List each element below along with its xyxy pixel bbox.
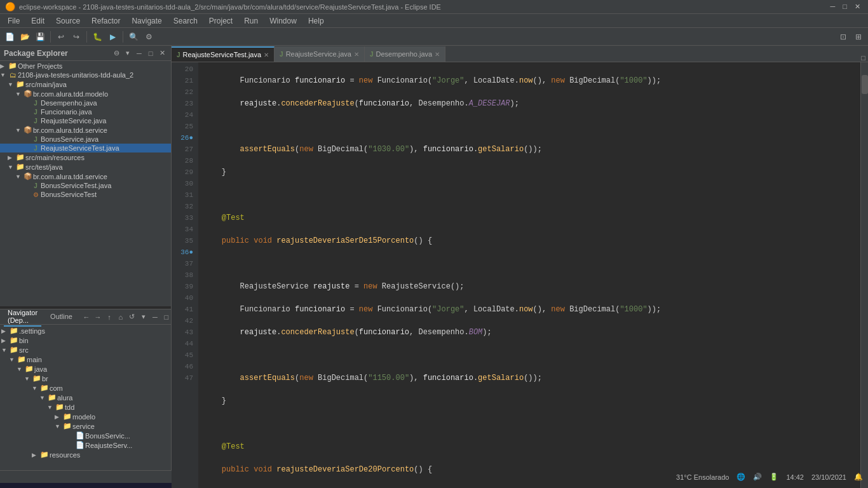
nav-home-btn[interactable]: ⌂ [116, 312, 126, 322]
tree-label: com [50, 384, 63, 392]
tree-pkg-service[interactable]: ▼ 📦 br.com.alura.tdd.service [0, 125, 171, 135]
menu-navigate[interactable]: Navigate [126, 15, 166, 27]
tree-bonus-service[interactable]: J BonusService.java [0, 135, 171, 144]
project-icon: 🗂 [8, 71, 18, 79]
nav-modelo[interactable]: ▶ 📁 modelo [1, 412, 170, 421]
nav-max-btn[interactable]: □ [161, 312, 172, 322]
menu-refactor[interactable]: Refactor [86, 15, 125, 27]
code-content[interactable]: Funcionario funcionario = new Funcionari… [198, 62, 860, 488]
tb-search[interactable]: 🔍 [126, 30, 140, 44]
menu-search[interactable]: Search [168, 15, 203, 27]
tree-item-label: Funcionario.java [41, 108, 92, 116]
nav-service[interactable]: ▼ 📁 service [1, 421, 170, 431]
notification-icon[interactable]: 🔔 [854, 473, 863, 481]
nav-settings[interactable]: ▶ 📁 .settings [1, 326, 170, 336]
tree-label: br [42, 375, 48, 383]
pkg-max-btn[interactable]: □ [146, 48, 156, 58]
tree-other-projects[interactable]: ▶ 📁 Other Projects [0, 61, 171, 71]
nav-src[interactable]: ▼ 📁 src [1, 345, 170, 355]
tab-close-btn[interactable]: ✕ [264, 51, 269, 58]
tab-reajuste-test[interactable]: J ReajusteServiceTest.java ✕ [172, 46, 275, 62]
menu-edit[interactable]: Edit [26, 15, 50, 27]
pkg-min-btn[interactable]: ─ [134, 48, 144, 58]
tab-desempenho[interactable]: J Desempenho.java ✕ [365, 46, 445, 62]
tb-debug[interactable]: 🐛 [90, 30, 104, 44]
nav-refresh-btn[interactable]: ↺ [127, 312, 137, 322]
tb-views[interactable]: ⊞ [851, 30, 865, 44]
menu-source[interactable]: Source [51, 15, 85, 27]
taskbar-file-explorer[interactable]: 📁 [184, 485, 205, 488]
tree-test-pkg[interactable]: ▼ 📦 br.com.alura.tdd.service [0, 172, 171, 181]
tb-open[interactable]: 📂 [18, 30, 32, 44]
taskbar-chrome[interactable]: 🌐 [235, 485, 255, 488]
nav-resources[interactable]: ▶ 📁 resources [1, 450, 170, 459]
tree-desempenho[interactable]: J Desempenho.java [0, 98, 171, 107]
nav-com[interactable]: ▼ 📁 com [1, 383, 170, 393]
outline-tab[interactable]: Outline [46, 311, 76, 323]
network-icon: 🌐 [736, 473, 745, 481]
maximize-btn[interactable]: □ [840, 3, 850, 11]
pkg-close-btn[interactable]: ✕ [157, 48, 167, 58]
tab-close-btn[interactable]: ✕ [435, 51, 440, 58]
tree-arrow: ▼ [15, 127, 23, 133]
nav-menu-btn[interactable]: ▾ [139, 312, 149, 322]
nav-back-btn[interactable]: ← [81, 312, 92, 322]
nav-min-btn[interactable]: ─ [150, 312, 160, 322]
tb-sep1 [50, 31, 51, 43]
close-btn[interactable]: ✕ [852, 3, 863, 11]
minimize-btn[interactable]: ─ [828, 3, 838, 11]
tab-label: ReajusteService.java [286, 50, 351, 58]
nav-bonus-service-file[interactable]: 📄 BonusServic... [1, 431, 170, 440]
tb-perspective[interactable]: ⊡ [836, 30, 850, 44]
nav-tdd[interactable]: ▼ 📁 tdd [1, 402, 170, 412]
tree-bonus-service-test-class[interactable]: ⚙ BonusServiceTest [0, 190, 171, 199]
tree-funcionario[interactable]: J Funcionario.java [0, 107, 171, 116]
menu-run[interactable]: Run [239, 15, 263, 27]
tree-project[interactable]: ▼ 🗂 2108-java-testes-unitarios-tdd-aula_… [0, 71, 171, 79]
tree-reajuste-service[interactable]: J ReajusteService.java [0, 116, 171, 125]
navigator-tab[interactable]: Navigator (Dep... [4, 308, 41, 327]
nav-reajuste-service-file[interactable]: 📄 ReajusteServ... [1, 440, 170, 450]
tree-reajuste-service-test[interactable]: J ReajusteServiceTest.java [0, 144, 171, 152]
menu-window[interactable]: Window [264, 15, 302, 27]
tb-redo[interactable]: ↪ [69, 30, 83, 44]
tab-close-btn[interactable]: ✕ [354, 51, 359, 58]
nav-up-btn[interactable]: ↑ [104, 312, 114, 322]
start-button[interactable] [5, 484, 28, 488]
taskbar-eclipse[interactable]: ⬤ [261, 485, 281, 488]
menu-file[interactable]: File [3, 15, 25, 27]
nav-bin[interactable]: ▶ 📁 bin [1, 336, 170, 345]
tree-src-resources[interactable]: ▶ 📁 src/main/resources [0, 152, 171, 162]
nav-alura[interactable]: ▼ 📁 alura [1, 393, 170, 402]
taskbar-browser[interactable]: 💻 [210, 485, 230, 488]
tree-arrow: ▼ [55, 423, 62, 430]
code-editor[interactable]: 20 21 22 23 24 25 26● 27 28 29 30 31 32 … [172, 62, 868, 488]
tb-settings[interactable]: ⚙ [142, 30, 156, 44]
tree-label: alura [57, 394, 72, 402]
tree-pkg-modelo[interactable]: ▼ 📦 br.com.alura.tdd.modelo [0, 89, 171, 98]
tab-reajuste-service[interactable]: J ReajusteService.java ✕ [275, 46, 365, 62]
editor-section: J ReajusteServiceTest.java ✕ J ReajusteS… [172, 46, 868, 470]
pkg-menu-btn[interactable]: ▾ [123, 48, 133, 58]
pkg-collapse-btn[interactable]: ⊖ [111, 48, 121, 58]
scrollbar-thumb[interactable] [862, 75, 868, 94]
menu-project[interactable]: Project [204, 15, 238, 27]
editor-scrollbar[interactable] [860, 62, 868, 488]
tb-save[interactable]: 💾 [33, 30, 47, 44]
nav-java[interactable]: ▼ 📁 java [1, 364, 170, 374]
tree-src-test[interactable]: ▼ 📁 src/test/java [0, 162, 171, 172]
nav-forward-btn[interactable]: → [93, 312, 103, 322]
editor-max-btn[interactable]: □ [861, 54, 865, 62]
tab-label: ReajusteServiceTest.java [183, 51, 262, 58]
tb-undo[interactable]: ↩ [54, 30, 68, 44]
class-icon: ⚙ [31, 191, 41, 198]
tb-new[interactable]: 📄 [3, 30, 17, 44]
menu-help[interactable]: Help [303, 15, 329, 27]
tree-arrow: ▼ [17, 366, 24, 372]
tb-run[interactable]: ▶ [105, 30, 119, 44]
tree-bonus-service-test[interactable]: J BonusServiceTest.java [0, 181, 171, 190]
nav-br[interactable]: ▼ 📁 br [1, 374, 170, 383]
tree-arrow: ▶ [0, 63, 8, 69]
nav-main[interactable]: ▼ 📁 main [1, 355, 170, 364]
tree-src-main[interactable]: ▼ 📁 src/main/java [0, 79, 171, 89]
